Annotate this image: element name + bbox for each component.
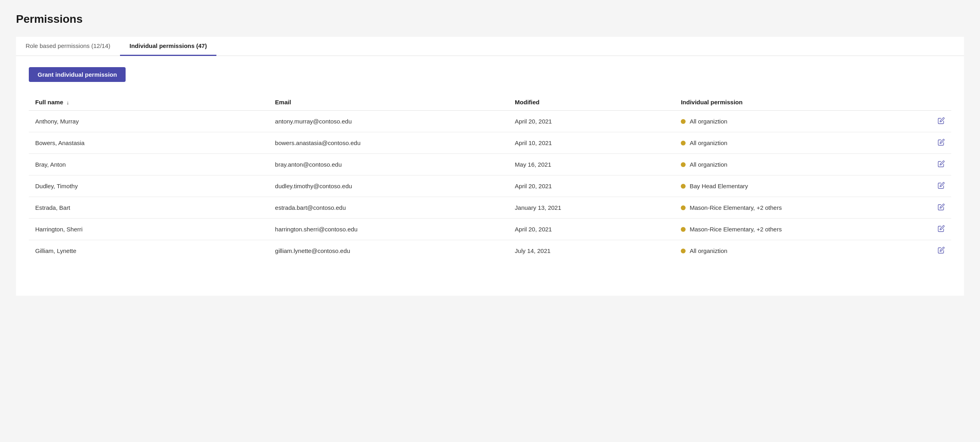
cell-action bbox=[914, 219, 951, 240]
tab-role-based[interactable]: Role based permissions (12/14) bbox=[16, 37, 120, 56]
cell-email: dudley.timothy@contoso.edu bbox=[269, 175, 509, 197]
cell-email: estrada.bart@contoso.edu bbox=[269, 197, 509, 219]
cell-action bbox=[914, 197, 951, 219]
cell-modified: April 20, 2021 bbox=[508, 111, 674, 132]
cell-permission: All organiztion bbox=[674, 240, 914, 262]
cell-email: harrington.sherri@contoso.edu bbox=[269, 219, 509, 240]
edit-icon[interactable] bbox=[938, 182, 945, 189]
permission-label: Mason-Rice Elementary, +2 others bbox=[690, 226, 782, 233]
content-area: Grant individual permission Full name ↓ … bbox=[16, 56, 964, 296]
cell-modified: April 20, 2021 bbox=[508, 175, 674, 197]
permission-label: All organiztion bbox=[690, 118, 727, 125]
column-header-name[interactable]: Full name ↓ bbox=[29, 95, 269, 111]
cell-action bbox=[914, 111, 951, 132]
edit-icon[interactable] bbox=[938, 139, 945, 146]
cell-name: Anthony, Murray bbox=[29, 111, 269, 132]
permission-dot-icon bbox=[681, 141, 686, 145]
permission-dot-icon bbox=[681, 184, 686, 189]
cell-modified: July 14, 2021 bbox=[508, 240, 674, 262]
cell-modified: January 13, 2021 bbox=[508, 197, 674, 219]
grant-individual-permission-button[interactable]: Grant individual permission bbox=[29, 67, 126, 82]
table-header-row: Full name ↓ Email Modified Individual pe… bbox=[29, 95, 951, 111]
table-row: Anthony, Murray antony.murray@contoso.ed… bbox=[29, 111, 951, 132]
table-row: Harrington, Sherri harrington.sherri@con… bbox=[29, 219, 951, 240]
column-header-permission: Individual permission bbox=[674, 95, 914, 111]
cell-permission: All organiztion bbox=[674, 154, 914, 175]
edit-icon[interactable] bbox=[938, 160, 945, 167]
cell-email: bray.anton@contoso.edu bbox=[269, 154, 509, 175]
cell-modified: April 10, 2021 bbox=[508, 132, 674, 154]
table-row: Gilliam, Lynette gilliam.lynette@contoso… bbox=[29, 240, 951, 262]
permission-dot-icon bbox=[681, 119, 686, 124]
permissions-table: Full name ↓ Email Modified Individual pe… bbox=[29, 95, 951, 261]
tabs-container: Role based permissions (12/14) Individua… bbox=[16, 37, 964, 56]
cell-name: Estrada, Bart bbox=[29, 197, 269, 219]
cell-name: Bray, Anton bbox=[29, 154, 269, 175]
cell-permission: Mason-Rice Elementary, +2 others bbox=[674, 219, 914, 240]
cell-action bbox=[914, 240, 951, 262]
cell-action bbox=[914, 175, 951, 197]
cell-modified: May 16, 2021 bbox=[508, 154, 674, 175]
sort-arrow-icon: ↓ bbox=[66, 100, 69, 106]
table-row: Dudley, Timothy dudley.timothy@contoso.e… bbox=[29, 175, 951, 197]
cell-action bbox=[914, 132, 951, 154]
table-body: Anthony, Murray antony.murray@contoso.ed… bbox=[29, 111, 951, 262]
edit-icon[interactable] bbox=[938, 225, 945, 232]
permission-label: Bay Head Elementary bbox=[690, 183, 748, 189]
cell-action bbox=[914, 154, 951, 175]
cell-name: Bowers, Anastasia bbox=[29, 132, 269, 154]
edit-icon[interactable] bbox=[938, 247, 945, 254]
column-header-modified: Modified bbox=[508, 95, 674, 111]
cell-email: gilliam.lynette@contoso.edu bbox=[269, 240, 509, 262]
page-title: Permissions bbox=[16, 13, 964, 26]
permission-dot-icon bbox=[681, 205, 686, 210]
column-header-email: Email bbox=[269, 95, 509, 111]
permission-label: Mason-Rice Elementary, +2 others bbox=[690, 204, 782, 211]
permission-dot-icon bbox=[681, 227, 686, 232]
cell-permission: Bay Head Elementary bbox=[674, 175, 914, 197]
cell-name: Harrington, Sherri bbox=[29, 219, 269, 240]
tabs-and-content: Role based permissions (12/14) Individua… bbox=[16, 37, 964, 296]
cell-name: Dudley, Timothy bbox=[29, 175, 269, 197]
edit-icon[interactable] bbox=[938, 117, 945, 124]
permission-dot-icon bbox=[681, 162, 686, 167]
permission-label: All organiztion bbox=[690, 161, 727, 168]
table-row: Bowers, Anastasia bowers.anastasia@conto… bbox=[29, 132, 951, 154]
cell-name: Gilliam, Lynette bbox=[29, 240, 269, 262]
table-row: Bray, Anton bray.anton@contoso.edu May 1… bbox=[29, 154, 951, 175]
permission-dot-icon bbox=[681, 249, 686, 253]
cell-permission: All organiztion bbox=[674, 111, 914, 132]
cell-modified: April 20, 2021 bbox=[508, 219, 674, 240]
tab-individual[interactable]: Individual permissions (47) bbox=[120, 37, 216, 56]
cell-email: bowers.anastasia@contoso.edu bbox=[269, 132, 509, 154]
permission-label: All organiztion bbox=[690, 139, 727, 146]
cell-permission: All organiztion bbox=[674, 132, 914, 154]
cell-email: antony.murray@contoso.edu bbox=[269, 111, 509, 132]
column-header-action bbox=[914, 95, 951, 111]
table-row: Estrada, Bart estrada.bart@contoso.edu J… bbox=[29, 197, 951, 219]
permission-label: All organiztion bbox=[690, 247, 727, 254]
page-container: Permissions Role based permissions (12/1… bbox=[0, 0, 980, 442]
cell-permission: Mason-Rice Elementary, +2 others bbox=[674, 197, 914, 219]
edit-icon[interactable] bbox=[938, 203, 945, 211]
